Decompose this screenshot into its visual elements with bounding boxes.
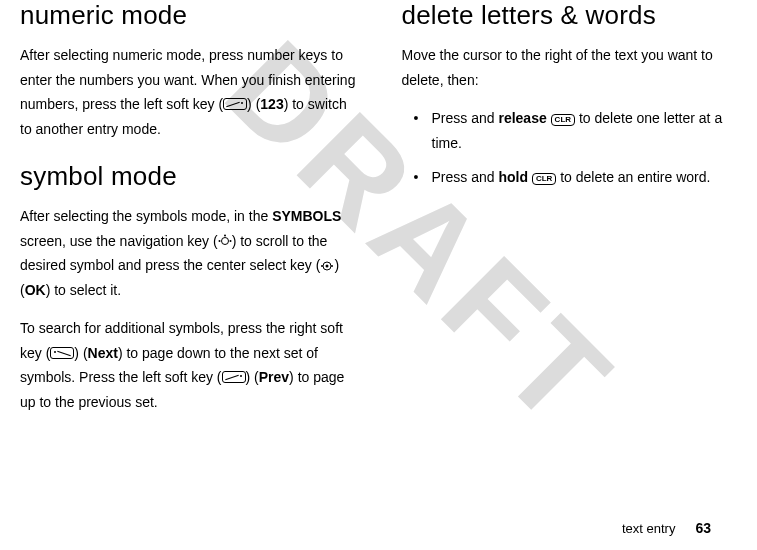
label-next: Next bbox=[88, 345, 118, 361]
heading-numeric-mode: numeric mode bbox=[20, 0, 356, 31]
label-symbols: SYMBOLS bbox=[272, 208, 341, 224]
clr-key-icon: CLR bbox=[532, 173, 556, 185]
list-item: Press and release CLR to delete one lett… bbox=[402, 106, 738, 155]
clr-key-icon: CLR bbox=[551, 114, 575, 126]
paragraph-symbol-1: After selecting the symbols mode, in the… bbox=[20, 204, 356, 302]
heading-delete: delete letters & words bbox=[402, 0, 738, 31]
left-soft-key-icon bbox=[223, 98, 247, 110]
page-number: 63 bbox=[695, 520, 711, 536]
text: ) ( bbox=[246, 369, 259, 385]
svg-point-0 bbox=[221, 237, 228, 244]
label-prev: Prev bbox=[259, 369, 289, 385]
page-content: numeric mode After selecting numeric mod… bbox=[0, 0, 757, 428]
svg-point-6 bbox=[321, 265, 323, 267]
label-123: 123 bbox=[260, 96, 283, 112]
text: ) to select it. bbox=[46, 282, 121, 298]
svg-point-5 bbox=[326, 265, 329, 268]
left-column: numeric mode After selecting numeric mod… bbox=[20, 0, 356, 428]
text: Press and bbox=[432, 110, 499, 126]
text: After selecting the symbols mode, in the bbox=[20, 208, 272, 224]
center-select-key-icon bbox=[320, 259, 334, 273]
delete-list: Press and release CLR to delete one lett… bbox=[402, 106, 738, 190]
text: ) ( bbox=[247, 96, 260, 112]
right-soft-key-icon bbox=[50, 347, 74, 359]
navigation-key-icon bbox=[218, 234, 232, 248]
text: screen, use the navigation key ( bbox=[20, 233, 218, 249]
right-column: delete letters & words Move the cursor t… bbox=[402, 0, 738, 428]
text: to delete an entire word. bbox=[556, 169, 710, 185]
text: ) ( bbox=[74, 345, 87, 361]
bold-release: release bbox=[498, 110, 546, 126]
footer-section-label: text entry bbox=[622, 521, 675, 536]
bold-hold: hold bbox=[498, 169, 528, 185]
text: Press and bbox=[432, 169, 499, 185]
paragraph-delete-intro: Move the cursor to the right of the text… bbox=[402, 43, 738, 92]
label-ok: OK bbox=[25, 282, 46, 298]
svg-point-2 bbox=[218, 240, 220, 242]
heading-symbol-mode: symbol mode bbox=[20, 161, 356, 192]
page-footer: text entry63 bbox=[622, 520, 711, 536]
svg-point-1 bbox=[224, 234, 226, 236]
list-item: Press and hold CLR to delete an entire w… bbox=[402, 165, 738, 190]
left-soft-key-icon bbox=[222, 371, 246, 383]
paragraph-numeric: After selecting numeric mode, press numb… bbox=[20, 43, 356, 141]
paragraph-symbol-2: To search for additional symbols, press … bbox=[20, 316, 356, 414]
